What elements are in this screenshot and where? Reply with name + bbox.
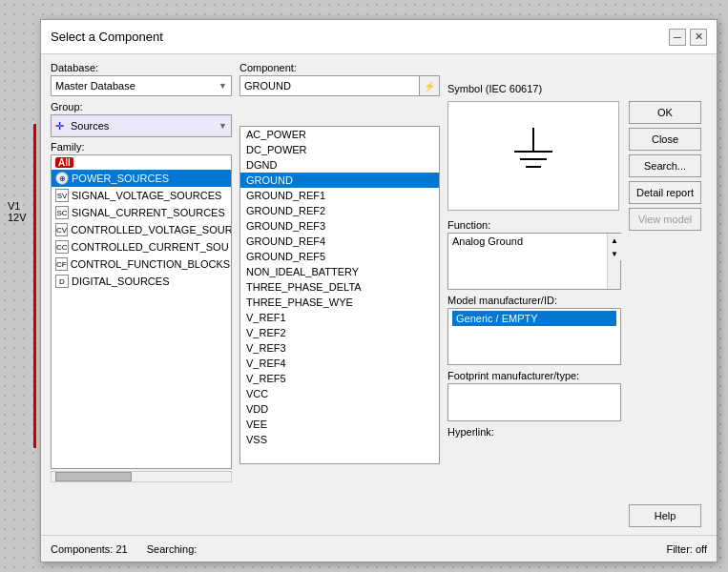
database-section: Database: Master Database ▼ [51,62,232,96]
family-item-power_sources[interactable]: ⊕POWER_SOURCES [52,170,231,187]
group-section: Group: ✛ Sources ▼ [51,101,232,137]
main-layout: Group: ✛ Sources ▼ Family: All⊕POWER_SOU… [51,101,707,527]
v1-label: V1 12V [8,200,27,223]
database-arrow-icon: ▼ [218,81,227,91]
family-list: All⊕POWER_SOURCESSVSIGNAL_VOLTAGE_SOURCE… [51,154,232,469]
left-line [33,124,36,448]
component-item-three_phase_delta[interactable]: THREE_PHASE_DELTA [240,279,439,295]
detail-report-button[interactable]: Detail report [629,181,701,204]
close-dialog-button[interactable]: Close [629,128,701,151]
ok-button[interactable]: OK [629,101,701,124]
family-item-signal_current[interactable]: SCSIGNAL_CURRENT_SOURCES [52,204,231,221]
group-plus-icon: ✛ [55,120,64,133]
group-label: Group: [51,101,232,112]
search-button[interactable]: Search... [629,154,701,177]
component-item-vcc[interactable]: VCC [240,386,439,401]
select-component-dialog: Select a Component ─ ✕ Database: Master … [40,19,718,562]
symbol-label: Symbol (IEC 60617) [447,83,621,94]
model-value: Generic / EMPTY [452,311,616,326]
ground-symbol-svg [505,123,562,190]
function-scrollbar[interactable]: ▲ ▼ [607,234,620,289]
component-item-non_ideal_battery[interactable]: NON_IDEAL_BATTERY [240,264,439,279]
footprint-label: Footprint manufacturer/type: [447,370,621,381]
component-item-dgnd[interactable]: DGND [240,157,439,173]
family-section: Family: All⊕POWER_SOURCESSVSIGNAL_VOLTAG… [51,141,232,469]
component-item-v_ref3[interactable]: V_REF3 [240,340,439,356]
family-scrollbar-thumb[interactable] [55,472,132,481]
family-scrollbar[interactable] [51,471,232,482]
component-item-v_ref2[interactable]: V_REF2 [240,325,439,340]
component-input-row: ⚡ [239,75,440,96]
filter-label: Filter: off [666,543,707,555]
hyperlink-label: Hyperlink: [447,426,621,438]
components-count: Components: 21 [51,543,128,555]
component-item-v_ref4[interactable]: V_REF4 [240,356,439,371]
component-input[interactable] [239,75,419,96]
family-item-controlled_voltage[interactable]: CVCONTROLLED_VOLTAGE_SOUR [52,221,231,238]
model-label: Model manufacturer/ID: [447,295,621,306]
family-item-control_function[interactable]: CFCONTROL_FUNCTION_BLOCKS [52,255,231,273]
group-select[interactable]: ✛ Sources ▼ [51,114,232,137]
left-column: Group: ✛ Sources ▼ Family: All⊕POWER_SOU… [51,101,232,527]
group-arrow-icon: ▼ [218,121,227,131]
component-item-three_phase_wye[interactable]: THREE_PHASE_WYE [240,295,439,310]
component-item-v_ref1[interactable]: V_REF1 [240,310,439,325]
status-bar: Components: 21 Searching: Filter: off [41,535,717,562]
action-buttons-column: OK Close Search... Detail report View mo… [629,101,707,527]
minimize-button[interactable]: ─ [669,29,686,46]
footprint-box [447,383,621,421]
footprint-section: Footprint manufacturer/type: [447,370,621,421]
family-item-controlled_current[interactable]: CCCONTROLLED_CURRENT_SOU [52,238,231,255]
close-button[interactable]: ✕ [690,29,707,46]
family-item-signal_voltage[interactable]: SVSIGNAL_VOLTAGE_SOURCES [52,187,231,204]
component-item-vdd[interactable]: VDD [240,401,439,417]
function-section: Function: Analog Ground ▲ ▼ [447,219,621,290]
hyperlink-section: Hyperlink: [447,426,621,438]
title-bar-controls: ─ ✕ [669,29,707,46]
component-label: Component: [239,62,440,73]
searching-label: Searching: [147,543,198,555]
component-section: Component: ⚡ [239,62,440,96]
component-item-vss[interactable]: VSS [240,432,439,447]
component-item-ac_power[interactable]: AC_POWER [240,127,439,142]
family-label: Family: [51,141,232,153]
dialog-title: Select a Component [51,30,163,44]
function-box: Analog Ground ▲ ▼ [447,233,621,290]
view-model-button[interactable]: View model [629,208,701,231]
center-column: AC_POWERDC_POWERDGNDGROUNDGROUND_REF1GRO… [239,101,440,527]
scroll-up-icon[interactable]: ▲ [608,234,621,247]
title-bar: Select a Component ─ ✕ [41,20,717,54]
database-label: Database: [51,62,232,73]
help-button[interactable]: Help [629,504,701,527]
component-list: AC_POWERDC_POWERDGNDGROUNDGROUND_REF1GRO… [239,126,440,464]
model-section: Model manufacturer/ID: Generic / EMPTY [447,295,621,365]
right-column: Function: Analog Ground ▲ ▼ Model manufa… [447,101,621,527]
component-item-ground[interactable]: GROUND [240,173,439,188]
family-item-digital_sources[interactable]: DDIGITAL_SOURCES [52,273,231,290]
scroll-down-icon[interactable]: ▼ [608,247,621,260]
component-filter-button[interactable]: ⚡ [419,75,440,96]
model-box: Generic / EMPTY [447,308,621,365]
component-item-ground_ref5[interactable]: GROUND_REF5 [240,249,439,264]
component-item-dc_power[interactable]: DC_POWER [240,142,439,157]
component-item-ground_ref1[interactable]: GROUND_REF1 [240,188,439,203]
component-item-ground_ref3[interactable]: GROUND_REF3 [240,218,439,234]
component-item-ground_ref4[interactable]: GROUND_REF4 [240,234,439,249]
symbol-box [447,101,619,211]
symbol-label-section: Symbol (IEC 60617) [447,83,621,96]
component-item-v_ref5[interactable]: V_REF5 [240,371,439,386]
family-item-all[interactable]: All [52,155,231,170]
function-label: Function: [447,219,621,231]
component-item-ground_ref2[interactable]: GROUND_REF2 [240,203,439,218]
database-select[interactable]: Master Database ▼ [51,75,232,96]
component-item-vee[interactable]: VEE [240,417,439,432]
